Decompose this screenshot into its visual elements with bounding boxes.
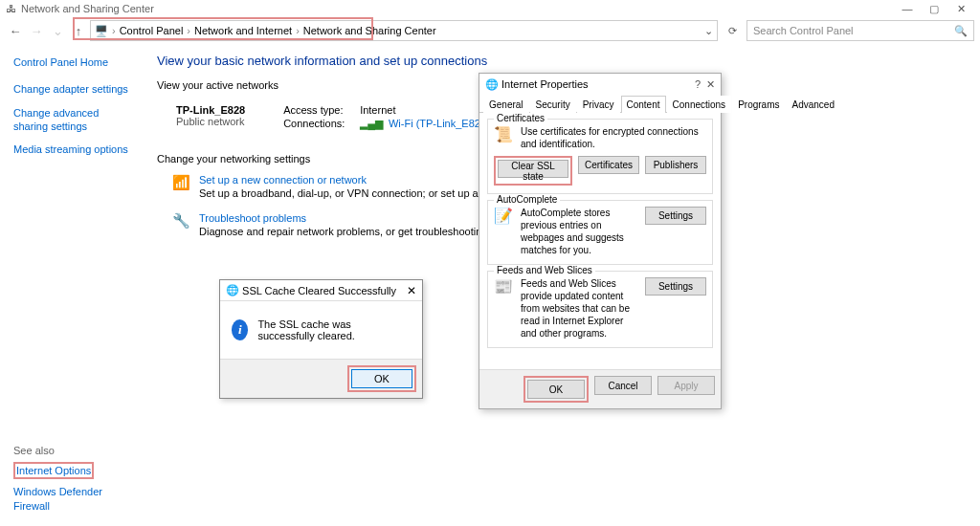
window-title: Network and Sharing Center [21, 3, 154, 14]
group-text: AutoComplete stores previous entries on … [521, 207, 639, 256]
wifi-signal-icon: ▂▄▆ [360, 118, 383, 130]
address-toolbar: ← → ⌄ ↑ 🖥️ › Control Panel › Network and… [0, 17, 980, 44]
globe-icon: 🌐 [226, 284, 239, 296]
troubleshoot-icon: 🔧 [172, 212, 189, 230]
search-placeholder: Search Control Panel [753, 25, 854, 36]
close-button[interactable]: ✕ [947, 3, 974, 15]
forward-button[interactable]: → [27, 24, 46, 38]
globe-icon: 🌐 [485, 78, 499, 91]
help-icon[interactable]: ? [695, 78, 701, 90]
group-text: Use certificates for encrypted connectio… [521, 125, 706, 150]
address-dropdown-icon[interactable]: ⌄ [704, 25, 713, 37]
autocomplete-settings-button[interactable]: Settings [645, 207, 706, 225]
chevron-right-icon: › [112, 25, 116, 36]
up-button[interactable]: ↑ [69, 24, 88, 38]
tab-general[interactable]: General [483, 96, 529, 113]
see-also-internet-options[interactable]: Internet Options [13, 462, 94, 479]
chevron-right-icon: › [296, 25, 300, 36]
recent-dropdown[interactable]: ⌄ [48, 24, 67, 38]
tab-advanced[interactable]: Advanced [786, 96, 839, 113]
network-type: Public network [176, 116, 245, 127]
close-icon[interactable]: ✕ [407, 284, 416, 297]
see-also-firewall[interactable]: Windows Defender Firewall [13, 485, 134, 513]
group-autocomplete: AutoComplete 📝 AutoComplete stores previ… [487, 200, 713, 265]
tab-strip: General Security Privacy Content Connect… [479, 95, 721, 113]
breadcrumb-item[interactable]: Control Panel [120, 25, 184, 36]
sidebar-link-adapter[interactable]: Change adapter settings [13, 82, 134, 96]
close-icon[interactable]: ✕ [706, 78, 715, 91]
connections-label: Connections: [283, 118, 354, 130]
cancel-button[interactable]: Cancel [594, 376, 652, 395]
group-text: Feeds and Web Slices provide updated con… [521, 277, 639, 340]
tab-security[interactable]: Security [530, 96, 576, 113]
search-icon: 🔍 [954, 25, 968, 37]
see-also-label: See also [13, 445, 134, 456]
access-type-label: Access type: [283, 104, 354, 116]
info-icon: i [232, 319, 248, 340]
ssl-cleared-dialog: 🌐 SSL Cache Cleared Successfully ✕ i The… [219, 279, 423, 399]
sidebar-home[interactable]: Control Panel Home [13, 55, 134, 69]
dialog-header[interactable]: 🌐 SSL Cache Cleared Successfully ✕ [220, 280, 422, 301]
group-feeds: Feeds and Web Slices 📰 Feeds and Web Sli… [487, 271, 713, 348]
access-type-value: Internet [360, 104, 395, 116]
group-legend: Certificates [494, 113, 547, 123]
control-panel-glyph-icon: 🖥️ [95, 25, 108, 37]
search-input[interactable]: Search Control Panel 🔍 [746, 20, 974, 41]
group-legend: AutoComplete [494, 194, 560, 205]
publishers-button[interactable]: Publishers [645, 156, 706, 174]
dialog-message: The SSL cache was successfully cleared. [257, 318, 411, 341]
tab-programs[interactable]: Programs [732, 96, 785, 113]
network-name: TP-Link_E828 [176, 104, 245, 116]
internet-properties-dialog: 🌐 Internet Properties ? ✕ General Securi… [479, 73, 722, 409]
tab-connections[interactable]: Connections [667, 96, 732, 113]
window-titlebar: 🖧 Network and Sharing Center — ▢ ✕ [0, 0, 980, 17]
dialog-title: SSL Cache Cleared Successfully [242, 285, 396, 296]
refresh-button[interactable]: ⟳ [720, 25, 745, 37]
clear-ssl-button[interactable]: Clear SSL state [498, 160, 568, 178]
sidebar-link-sharing[interactable]: Change advanced sharing settings [13, 106, 134, 134]
page-heading: View your basic network information and … [157, 54, 965, 68]
ok-button[interactable]: OK [527, 380, 585, 399]
ok-button[interactable]: OK [351, 369, 412, 388]
sidebar: Control Panel Home Change adapter settin… [0, 44, 142, 526]
rss-icon: 📰 [494, 277, 515, 298]
breadcrumb-item[interactable]: Network and Internet [194, 25, 292, 36]
control-panel-icon: 🖧 [6, 3, 17, 14]
back-button[interactable]: ← [6, 24, 25, 38]
breadcrumb-bar[interactable]: 🖥️ › Control Panel › Network and Interne… [90, 20, 718, 41]
minimize-button[interactable]: — [894, 3, 921, 14]
autocomplete-icon: 📝 [494, 207, 515, 228]
tab-privacy[interactable]: Privacy [577, 96, 620, 113]
sidebar-link-media[interactable]: Media streaming options [13, 142, 134, 156]
certificates-button[interactable]: Certificates [578, 156, 639, 174]
feeds-settings-button[interactable]: Settings [645, 277, 706, 296]
wifi-connection-link[interactable]: Wi-Fi (TP-Link_E828) [389, 118, 490, 130]
dialog-header[interactable]: 🌐 Internet Properties ? ✕ [479, 74, 721, 95]
group-legend: Feeds and Web Slices [494, 265, 595, 275]
tab-content[interactable]: Content [621, 96, 666, 113]
maximize-button[interactable]: ▢ [921, 3, 947, 15]
certificate-icon: 📜 [494, 125, 515, 146]
chevron-right-icon: › [187, 25, 190, 36]
group-certificates: Certificates 📜 Use certificates for encr… [487, 119, 713, 194]
apply-button[interactable]: Apply [657, 376, 715, 395]
network-setup-icon: 📶 [172, 174, 189, 191]
breadcrumb-item[interactable]: Network and Sharing Center [303, 25, 436, 36]
dialog-title: Internet Properties [501, 78, 589, 90]
